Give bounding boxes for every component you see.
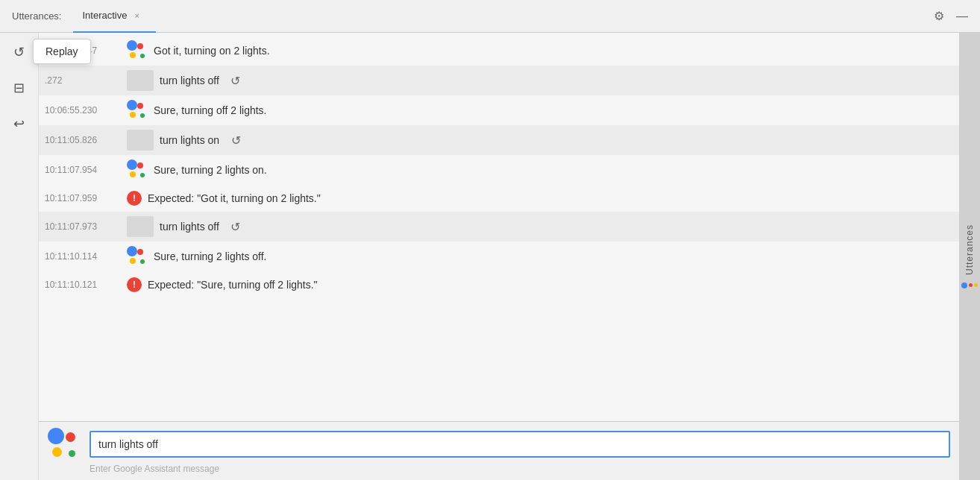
title-bar-icons: ⚙ — [934,9,968,23]
timestamp: .272 [45,75,127,86]
replay-row-button[interactable]: ↺ [225,70,246,91]
timestamp: 10:06:55.230 [45,105,127,116]
message-text: turn lights off [160,75,219,86]
message-row: 10:11:07.959 ! Expected: "Got it, turnin… [39,185,959,212]
message-text: Sure, turning 2 lights on. [154,164,267,176]
left-toolbar: ↺ Replay ⊟ ↩ [0,33,39,480]
messages-list: 10:04:36.247 Got it, turning on 2 lights… [39,33,959,421]
bottom-area: Enter Google Assistant message [39,421,959,480]
timestamp: 10:11:05.826 [45,135,127,145]
message-row: 10:06:55.230 Sure, turning off 2 lights. [39,95,959,125]
message-text: Got it, turning on 2 lights. [154,45,270,57]
save-button[interactable]: ⊟ [6,75,33,101]
gear-icon[interactable]: ⚙ [934,9,944,23]
timestamp: 10:11:07.973 [45,221,127,232]
sidebar-dots [961,282,978,288]
tab-close-button[interactable]: × [131,10,142,22]
message-text: Sure, turning 2 lights off. [154,250,267,262]
replay-button[interactable]: ↺ [6,39,33,66]
right-sidebar[interactable]: Utterances [959,33,980,480]
sidebar-text: Utterances [964,224,975,275]
message-text: Sure, turning off 2 lights. [154,104,267,116]
tab-label: Interactive [82,10,127,21]
sidebar-label: Utterances [961,224,978,288]
assistant-icon [127,160,148,180]
main-layout: ↺ Replay ⊟ ↩ 10:04:36.247 Got it [0,33,980,480]
timestamp: 10:11:07.954 [45,165,127,175]
utterances-label: Utterances: [6,10,67,22]
title-bar: Utterances: Interactive × ⚙ — [0,0,980,33]
replay-row-button[interactable]: ↺ [225,130,246,151]
input-placeholder-hint: Enter Google Assistant message [48,461,950,474]
message-row: 10:04:36.247 Got it, turning on 2 lights… [39,36,959,66]
timestamp: 10:11:10.114 [45,251,127,262]
undo-button[interactable]: ↩ [6,110,33,137]
message-text: Expected: "Got it, turning on 2 lights." [148,192,321,204]
assistant-icon-large [48,428,81,461]
message-row: 10:11:07.954 Sure, turning 2 lights on. [39,155,959,185]
tab-interactive[interactable]: Interactive × [73,0,155,33]
mic-placeholder [127,216,154,237]
minimize-icon[interactable]: — [956,10,968,23]
main-window: Utterances: Interactive × ⚙ — ↺ Replay ⊟… [0,0,980,480]
error-icon: ! [127,191,142,206]
assistant-icon [127,40,148,61]
assistant-icon [127,246,148,267]
mic-placeholder [127,130,154,151]
assistant-icon [127,100,148,121]
replay-tooltip: Replay [33,39,91,64]
message-row: 10:11:05.826 turn lights on ↺ [39,125,959,155]
message-text: turn lights off [160,221,219,233]
timestamp: 10:11:07.959 [45,193,127,203]
message-text: turn lights on [160,134,219,146]
message-text: Expected: "Sure, turning off 2 lights." [148,279,318,291]
replay-row-button[interactable]: ↺ [225,216,246,237]
error-icon: ! [127,277,142,292]
message-row: 10:11:10.114 Sure, turning 2 lights off. [39,241,959,271]
message-row: 10:11:07.973 turn lights off ↺ [39,212,959,241]
input-row-bottom [48,428,950,461]
message-row: 10:11:10.121 ! Expected: "Sure, turning … [39,271,959,298]
content-area: 10:04:36.247 Got it, turning on 2 lights… [39,33,959,480]
timestamp: 10:11:10.121 [45,280,127,290]
message-input[interactable] [89,431,950,458]
mic-placeholder [127,70,154,91]
message-row: .272 turn lights off ↺ [39,66,959,95]
